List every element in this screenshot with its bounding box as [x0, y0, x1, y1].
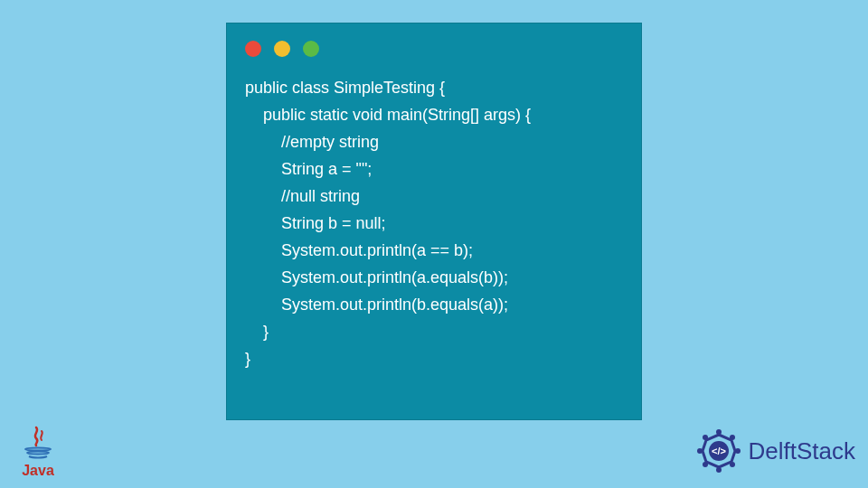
delftstack-icon: </> — [694, 427, 743, 475]
java-cup-icon — [16, 426, 60, 465]
delftstack-label: DelftStack — [749, 437, 856, 465]
window-titlebar — [245, 36, 623, 61]
minimize-dot-icon — [274, 41, 290, 57]
delftstack-logo: </> DelftStack — [694, 427, 856, 475]
java-logo: Java — [16, 426, 60, 479]
svg-text:</>: </> — [712, 446, 726, 456]
maximize-dot-icon — [303, 41, 319, 57]
java-logo-label: Java — [16, 463, 60, 479]
close-dot-icon — [245, 41, 261, 57]
code-block: public class SimpleTesting { public stat… — [245, 74, 623, 372]
code-window: public class SimpleTesting { public stat… — [226, 23, 642, 420]
